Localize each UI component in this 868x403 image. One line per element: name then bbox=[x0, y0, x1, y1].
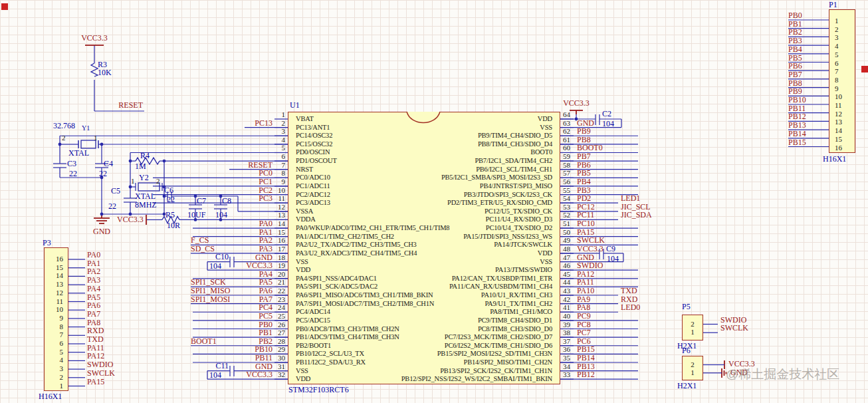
header-pin-label[interactable]: PB3 bbox=[788, 37, 802, 45]
vcc-port-pin64[interactable]: VCC3.3 bbox=[560, 99, 593, 107]
net-label[interactable]: PB7 bbox=[577, 152, 591, 160]
ic-notch[interactable] bbox=[407, 112, 440, 123]
header-pin-label[interactable]: PA6 bbox=[87, 301, 100, 309]
net-label[interactable]: PB15 bbox=[577, 345, 595, 353]
reset-net-label[interactable]: RESET bbox=[103, 101, 143, 109]
net-label[interactable]: PB8 bbox=[577, 136, 591, 144]
header-pin-label[interactable]: PA2 bbox=[87, 267, 100, 275]
net-label[interactable]: VCC3.3 bbox=[223, 370, 272, 378]
net-label[interactable]: VCC3.3 bbox=[223, 261, 272, 269]
header-pin-label[interactable]: PB13 bbox=[788, 121, 806, 129]
net-label[interactable]: GND bbox=[223, 253, 272, 261]
header-pin-label[interactable]: PA5 bbox=[87, 293, 100, 301]
net-label[interactable]: PB9 bbox=[577, 127, 591, 135]
header-pin-label[interactable]: PA8 bbox=[87, 319, 100, 327]
net-label[interactable]: PC3 bbox=[223, 194, 272, 202]
net-label[interactable]: RESET bbox=[223, 161, 272, 169]
header-pin-label[interactable]: PB9 bbox=[788, 87, 802, 95]
net-label[interactable]: PB4 bbox=[577, 178, 591, 186]
far-net-label[interactable]: LED0 bbox=[621, 303, 640, 311]
header-pin-label[interactable]: PB4 bbox=[788, 45, 802, 53]
net-label[interactable]: PC4 bbox=[223, 303, 272, 311]
net-label[interactable]: GND bbox=[223, 362, 272, 370]
net-label[interactable]: PC9 bbox=[577, 312, 591, 320]
net-label[interactable]: PA9 bbox=[577, 295, 590, 303]
header-pin-label[interactable]: SWDIO bbox=[720, 316, 746, 324]
net-label[interactable]: PA12 bbox=[577, 270, 594, 278]
far-net-label[interactable]: SPI1_MISO bbox=[191, 287, 230, 295]
net-label[interactable]: PB2 bbox=[223, 337, 272, 345]
net-label[interactable]: PC11 bbox=[577, 211, 594, 219]
vcc-port-mid[interactable]: VCC3.3 bbox=[117, 215, 144, 223]
header-pin-label[interactable]: PB6 bbox=[788, 62, 802, 70]
header-pin-label[interactable]: PA15 bbox=[87, 378, 104, 386]
net-label[interactable]: PA7 bbox=[223, 295, 272, 303]
net-label[interactable]: GND bbox=[577, 119, 594, 127]
net-label[interactable]: PC7 bbox=[577, 329, 591, 336]
far-net-label[interactable]: SPI1_MOSI bbox=[191, 295, 230, 303]
net-label[interactable]: PC10 bbox=[577, 219, 595, 227]
net-label[interactable]: PC0 bbox=[223, 169, 272, 177]
resistor-r3-symbol[interactable] bbox=[91, 63, 98, 76]
far-net-label[interactable]: LED1 bbox=[621, 194, 640, 202]
header-pin-label[interactable]: PA1 bbox=[87, 259, 100, 267]
net-label[interactable]: PB1 bbox=[223, 329, 272, 336]
header-pin-label[interactable]: PB11 bbox=[788, 104, 806, 112]
header-pin-label[interactable]: SWDIO bbox=[87, 360, 113, 368]
net-label[interactable]: PA5 bbox=[223, 278, 272, 286]
net-label[interactable]: PC12 bbox=[577, 203, 595, 211]
net-label[interactable]: PA1 bbox=[223, 228, 272, 236]
far-net-label[interactable]: BOOT1 bbox=[191, 337, 217, 345]
net-label[interactable]: PA10 bbox=[577, 287, 594, 295]
far-net-label[interactable]: JIC_SCL bbox=[621, 203, 651, 211]
header-pin-label[interactable]: PA11 bbox=[87, 344, 104, 352]
net-label[interactable]: BOOT0 bbox=[577, 144, 603, 152]
net-label[interactable]: VCC3.3 bbox=[577, 245, 603, 253]
header-pin-label[interactable]: PB1 bbox=[788, 20, 802, 28]
net-label[interactable]: PC2 bbox=[223, 186, 272, 194]
net-label[interactable]: PA0 bbox=[223, 219, 272, 227]
net-label[interactable]: PA2 bbox=[223, 236, 272, 244]
net-label[interactable]: PA8 bbox=[577, 303, 590, 311]
net-label[interactable]: PA6 bbox=[223, 287, 272, 295]
header-pin-label[interactable]: PA0 bbox=[87, 251, 100, 259]
header-pin-label[interactable]: PB8 bbox=[788, 79, 802, 87]
header-pin-label[interactable]: RXD bbox=[87, 327, 104, 335]
header-pin-label[interactable]: PB15 bbox=[788, 138, 806, 146]
net-label[interactable]: GND bbox=[577, 253, 594, 261]
header-pin-label[interactable]: PB7 bbox=[788, 70, 802, 78]
net-label[interactable]: PC13 bbox=[223, 119, 272, 127]
net-label[interactable]: PA4 bbox=[223, 270, 272, 278]
net-label[interactable]: PD2 bbox=[577, 194, 591, 202]
far-net-label[interactable]: RXD bbox=[621, 295, 637, 303]
net-label[interactable]: PC1 bbox=[223, 178, 272, 186]
far-net-label[interactable]: SPI1_SCK bbox=[191, 278, 226, 286]
net-label[interactable]: SWCLK bbox=[577, 236, 605, 244]
net-label[interactable]: PB5 bbox=[577, 169, 591, 177]
net-label[interactable]: PB13 bbox=[577, 362, 595, 370]
header-pin-label[interactable]: SWCLK bbox=[720, 324, 748, 332]
net-label[interactable]: PA3 bbox=[223, 245, 272, 253]
header-pin-label[interactable]: TXD bbox=[87, 335, 104, 343]
net-label[interactable]: PA15 bbox=[577, 228, 594, 236]
net-label[interactable]: PC6 bbox=[577, 337, 591, 345]
far-net-label[interactable]: F_CS bbox=[191, 236, 209, 244]
net-label[interactable]: PB0 bbox=[223, 321, 272, 329]
header-pin-label[interactable]: SWCLK bbox=[87, 369, 115, 377]
far-net-label[interactable]: JIC_SDA bbox=[621, 211, 652, 219]
net-label[interactable]: PC8 bbox=[577, 321, 591, 329]
net-label[interactable]: PC5 bbox=[223, 312, 272, 320]
far-net-label[interactable]: SD_CS bbox=[191, 245, 215, 253]
header-pin-label[interactable]: PA12 bbox=[87, 352, 104, 360]
net-label[interactable]: PB12 bbox=[577, 370, 595, 378]
header-pin-label[interactable]: PB10 bbox=[788, 96, 806, 104]
net-label[interactable]: PA11 bbox=[577, 278, 594, 286]
header-pin-label[interactable]: PB0 bbox=[788, 11, 802, 19]
net-label[interactable]: PB6 bbox=[577, 161, 591, 169]
header-pin-label[interactable]: PB14 bbox=[788, 130, 806, 138]
net-label[interactable]: PB10 bbox=[223, 345, 272, 353]
header-pin-label[interactable]: PA4 bbox=[87, 285, 100, 293]
header-pin-label[interactable]: PA7 bbox=[87, 310, 100, 318]
header-pin-label[interactable]: PB2 bbox=[788, 28, 802, 36]
far-net-label[interactable]: TXD bbox=[621, 287, 637, 295]
